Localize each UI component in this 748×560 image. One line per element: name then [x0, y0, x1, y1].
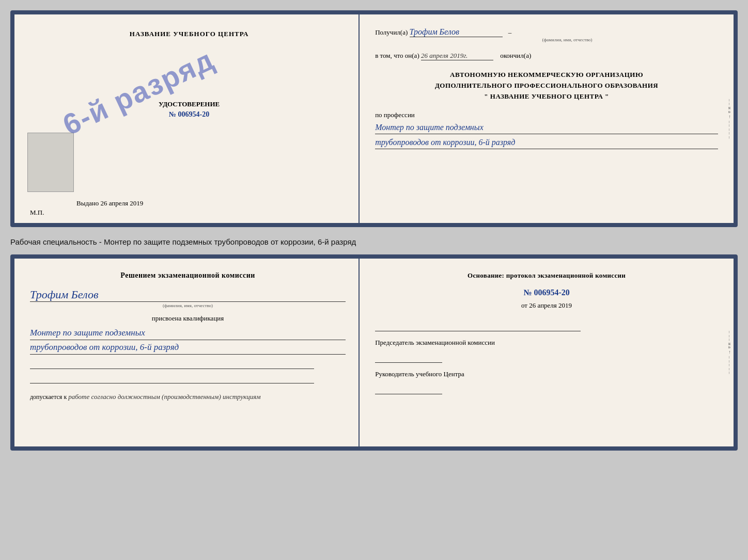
bottom-certificate: Решением экзаменационной комиссии Трофим… — [10, 254, 738, 451]
date-value: 26 апреля 2019г. — [421, 52, 493, 60]
top-certificate: НАЗВАНИЕ УЧЕБНОГО ЦЕНТРА 6-й разряд УДОС… — [10, 10, 738, 227]
blank-line-2 — [30, 372, 314, 383]
resheniem-title: Решением экзаменационной комиссии — [30, 271, 346, 280]
vtom-label: в том, что он(а) — [375, 52, 419, 59]
bottom-cert-right: Основание: протокол экзаменационной коми… — [360, 259, 734, 446]
org-quote1: " — [484, 92, 488, 100]
org-quote2: " — [605, 92, 609, 100]
predsedatel-block: Председатель экзаменационной комиссии — [375, 338, 718, 363]
poluchil-line: Получил(а) Трофим Белов – (фамилия, имя,… — [375, 27, 718, 42]
predsedatel-label: Председатель экзаменационной комиссии — [375, 338, 718, 348]
predsedatel-signature-line — [375, 351, 442, 363]
org-line2: ДОПОЛНИТЕЛЬНОГО ПРОФЕССИОНАЛЬНОГО ОБРАЗО… — [375, 81, 718, 91]
org-name: НАЗВАНИЕ УЧЕБНОГО ЦЕНТРА — [490, 92, 603, 100]
po-professii-label: по профессии — [375, 111, 718, 119]
specialty-text: Рабочая специальность - Монтер по защите… — [10, 233, 738, 248]
stamp-text: 6-й разряд — [57, 42, 219, 141]
person-name-top: Трофим Белов — [410, 27, 503, 37]
dopusk-block: допускается к работе согласно должностны… — [30, 393, 346, 401]
mp-label: М.П. — [30, 209, 44, 217]
dopusk-text: работе согласно должностным (производств… — [68, 393, 260, 401]
blank-line-1 — [30, 358, 314, 369]
org-block: АВТОНОМНУЮ НЕКОММЕРЧЕСКУЮ ОРГАНИЗАЦИЮ ДО… — [375, 70, 718, 102]
top-cert-left: НАЗВАНИЕ УЧЕБНОГО ЦЕНТРА 6-й разряд УДОС… — [14, 14, 360, 223]
rukovoditel-block: Руководитель учебного Центра — [375, 369, 718, 394]
dopusk-label: допускается к — [30, 393, 67, 401]
profession-line2: трубопроводов от коррозии, 6-й разряд — [375, 136, 718, 149]
okonchil-label: окончил(а) — [500, 52, 531, 59]
person-name-bottom: Трофим Белов — [30, 288, 346, 302]
bottom-cert-left: Решением экзаменационной комиссии Трофим… — [14, 259, 360, 446]
org-name-line: " НАЗВАНИЕ УЧЕБНОГО ЦЕНТРА " — [375, 91, 718, 102]
vydano-date: 26 апреля 2019 — [101, 199, 144, 207]
top-cert-right: Получил(а) Трофим Белов – (фамилия, имя,… — [360, 14, 734, 223]
vtom-line: в том, что он(а) 26 апреля 2019г. окончи… — [375, 52, 718, 60]
protocol-number: № 006954-20 — [375, 288, 718, 297]
side-marks-top: – – и а ← – – – – – — [724, 14, 734, 223]
poluchil-label: Получил(а) — [375, 28, 408, 36]
side-marks-bottom: – – – и а ← – – – – – — [724, 259, 734, 446]
fio-hint-top: (фамилия, имя, отчество) — [416, 37, 718, 42]
profession-line1: Монтер по защите подземных — [375, 121, 718, 134]
qual-line2: трубопроводов от коррозии, 6-й разряд — [30, 340, 346, 355]
ot-label: от — [521, 301, 527, 309]
vydano-block: Выдано 26 апреля 2019 — [76, 199, 143, 207]
prisvoena-label: присвоена квалификация — [30, 314, 346, 323]
fio-hint-bottom: (фамилия, имя, отчество) — [30, 303, 346, 308]
ot-date-value: 26 апреля 2019 — [529, 301, 572, 309]
ot-date: от 26 апреля 2019 — [375, 301, 718, 310]
rukovoditel-signature-line — [375, 383, 442, 394]
photo-placeholder — [27, 133, 74, 192]
rukovoditel-label: Руководитель учебного Центра — [375, 369, 718, 380]
qual-line1: Монтер по защите подземных — [30, 326, 346, 340]
org-line1: АВТОНОМНУЮ НЕКОММЕРЧЕСКУЮ ОРГАНИЗАЦИЮ — [375, 70, 718, 81]
osnovanie-label: Основание: протокол экзаменационной коми… — [375, 271, 718, 280]
vydano-label: Выдано — [76, 199, 99, 207]
page-wrapper: НАЗВАНИЕ УЧЕБНОГО ЦЕНТРА 6-й разряд УДОС… — [10, 10, 738, 451]
dash-line — [375, 322, 581, 331]
